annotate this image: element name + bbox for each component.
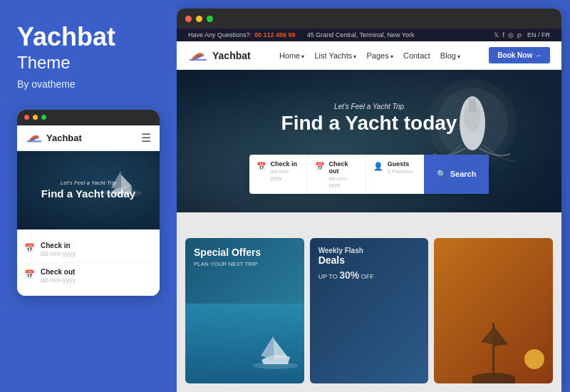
- hero-title: Find a Yacht today: [281, 113, 457, 135]
- card-sunset: [434, 238, 553, 383]
- mobile-hero-text: Let's Feel a Yacht Trip Find a Yacht tod…: [41, 180, 135, 200]
- card-weekly-tag: UP TO 30% OFF: [318, 269, 420, 281]
- site-logo: Yachbat: [188, 48, 251, 63]
- mobile-hero-sub: Let's Feel a Yacht Trip: [41, 180, 135, 186]
- sunset-circle: [524, 349, 544, 369]
- svg-point-0: [27, 140, 42, 143]
- mobile-checkout-label: Check out: [41, 268, 76, 276]
- card-weekly-title: Deals: [318, 254, 420, 267]
- site-logo-text: Yachbat: [212, 50, 251, 61]
- mobile-dot-green: [41, 115, 46, 120]
- topbar-left: Have Any Questions?: 00 112 456 99 45 Gr…: [188, 31, 415, 38]
- guests-placeholder[interactable]: 3 Persons: [388, 168, 413, 175]
- left-panel: Yachbat Theme By ovatheme Yachbat ☰: [0, 0, 177, 392]
- off-label: OFF: [359, 273, 374, 280]
- mobile-hero-title: Find a Yacht today: [41, 187, 135, 200]
- topbar-prefix: Have Any Questions?:: [188, 31, 252, 38]
- guests-label: Guests: [388, 160, 413, 167]
- browser-dot-yellow: [196, 16, 202, 22]
- mobile-chrome-bar: [17, 110, 160, 125]
- checkin-placeholder[interactable]: dd-mm-yyyy: [271, 168, 300, 181]
- social-icons: 𝕏 f ◎ 𝕡: [494, 31, 522, 38]
- browser-dot-red: [185, 16, 192, 22]
- topbar-right: 𝕏 f ◎ 𝕡 EN / FR: [494, 31, 550, 38]
- app-subtitle: Theme: [17, 53, 160, 73]
- hero-text: Let's Feel a Yacht Trip Find a Yacht tod…: [281, 103, 457, 135]
- browser-dot-green: [207, 16, 213, 22]
- nav-list-yachts[interactable]: List Yachts: [314, 51, 356, 60]
- mobile-checkout-row: 📅 Check out dd-mm-yyyy: [24, 263, 152, 289]
- book-now-button[interactable]: Book Now: [489, 47, 550, 63]
- calendar-icon: 📅: [24, 243, 35, 253]
- checkout-label: Check out: [329, 160, 358, 175]
- checkin-field: 📅 Check in dd-mm-yyyy: [249, 155, 308, 194]
- mobile-checkin-row: 📅 Check in dd-mm-yyyy: [24, 237, 152, 263]
- checkin-label: Check in: [271, 160, 300, 167]
- browser-content: Have Any Questions?: 00 112 456 99 45 Gr…: [177, 29, 561, 392]
- checkout-field: 📅 Check out dd-mm-yyyy: [308, 155, 366, 194]
- svg-rect-6: [469, 98, 476, 113]
- app-title: Yachbat: [17, 23, 160, 51]
- mobile-dot-yellow: [33, 115, 38, 120]
- mobile-nav: Yachbat ☰: [17, 125, 160, 151]
- nav-pages[interactable]: Pages: [367, 51, 393, 60]
- topbar-address: 45 Grand Central, Terminal, New York: [307, 31, 415, 38]
- hamburger-menu[interactable]: ☰: [141, 131, 151, 145]
- instagram-icon: ◎: [508, 31, 514, 38]
- site-hero: Let's Feel a Yacht Trip Find a Yacht tod…: [177, 70, 561, 212]
- card-weekly-pre: Weekly Flash: [318, 247, 420, 254]
- search-label: Search: [450, 170, 477, 178]
- mobile-logo: Yachbat: [26, 131, 82, 144]
- pinterest-icon: 𝕡: [517, 31, 522, 38]
- card-special-offers-content: Special Offers PLAN YOUR NEXT TRIP: [185, 238, 304, 276]
- mobile-checkout-placeholder: dd-mm-yyyy: [41, 277, 76, 284]
- search-bar: 📅 Check in dd-mm-yyyy 📅 Check out dd-mm-…: [249, 155, 489, 194]
- site-nav: Yachbat Home List Yachts Pages Contact B…: [177, 41, 561, 70]
- twitter-icon: 𝕏: [494, 31, 499, 38]
- site-logo-icon: [188, 48, 208, 63]
- discount-percent: 30%: [339, 269, 359, 281]
- search-button[interactable]: 🔍 Search: [424, 155, 489, 194]
- site-cards: Special Offers PLAN YOUR NEXT TRIP Weekl…: [177, 212, 561, 392]
- hero-subtitle: Let's Feel a Yacht Trip: [281, 103, 457, 110]
- search-icon: 🔍: [437, 170, 447, 179]
- nav-blog[interactable]: Blog: [440, 51, 460, 60]
- browser-mockup: Have Any Questions?: 00 112 456 99 45 Gr…: [177, 9, 561, 392]
- nav-links: Home List Yachts Pages Contact Blog: [279, 51, 460, 60]
- topbar-phone: 00 112 456 99: [254, 31, 296, 38]
- checkout-placeholder[interactable]: dd-mm-yyyy: [329, 175, 358, 188]
- mobile-checkin-field: Check in dd-mm-yyyy: [41, 242, 76, 257]
- card-special-offers: Special Offers PLAN YOUR NEXT TRIP: [185, 238, 304, 383]
- guests-field: 👤 Guests 3 Persons: [366, 155, 424, 194]
- app-author-label: By ovatheme: [17, 78, 160, 90]
- mobile-logo-icon: [26, 131, 43, 144]
- mobile-mockup: Yachbat ☰ Let's Feel a Yacht Trip Find a…: [17, 110, 160, 296]
- facebook-icon: f: [502, 31, 504, 38]
- card-special-offers-subtitle: PLAN YOUR NEXT TRIP: [194, 261, 296, 267]
- checkout-calendar-icon: 📅: [315, 162, 325, 171]
- site-topbar: Have Any Questions?: 00 112 456 99 45 Gr…: [177, 29, 561, 41]
- mobile-form: 📅 Check in dd-mm-yyyy 📅 Check out dd-mm-…: [17, 229, 160, 296]
- guests-icon: 👤: [373, 162, 383, 171]
- card-yacht-icon: [251, 330, 301, 369]
- card-special-offers-title: Special Offers: [194, 247, 296, 259]
- mobile-dot-red: [24, 115, 29, 120]
- up-to-label: UP TO: [318, 273, 340, 280]
- card-weekly-deals: Weekly Flash Deals UP TO 30% OFF: [310, 238, 429, 383]
- card-weekly-deals-content: Weekly Flash Deals UP TO 30% OFF: [310, 238, 429, 289]
- mast-silhouette-icon: [472, 319, 515, 383]
- browser-chrome-bar: [177, 9, 561, 29]
- checkin-calendar-icon: 📅: [256, 162, 266, 171]
- nav-home[interactable]: Home: [279, 51, 305, 60]
- calendar-out-icon: 📅: [24, 269, 35, 279]
- mobile-checkin-placeholder: dd-mm-yyyy: [41, 250, 76, 257]
- mobile-logo-text: Yachbat: [46, 133, 82, 143]
- nav-contact[interactable]: Contact: [403, 51, 430, 60]
- mobile-checkin-label: Check in: [41, 242, 76, 249]
- mobile-checkout-field: Check out dd-mm-yyyy: [41, 268, 76, 284]
- mobile-hero: Let's Feel a Yacht Trip Find a Yacht tod…: [17, 151, 160, 229]
- language-selector[interactable]: EN / FR: [527, 31, 550, 38]
